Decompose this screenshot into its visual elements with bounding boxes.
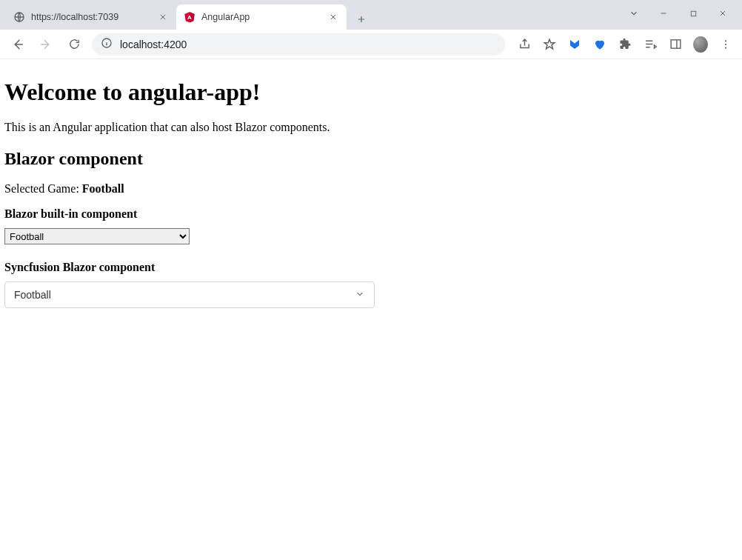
- chevron-down-icon[interactable]: [625, 4, 643, 22]
- close-icon[interactable]: [157, 11, 169, 23]
- svg-text:A: A: [187, 14, 192, 21]
- globe-icon: [13, 11, 25, 23]
- syncfusion-component-label: Syncfusion Blazor component: [4, 261, 738, 274]
- extension-heart-icon[interactable]: [592, 37, 607, 52]
- back-button[interactable]: [7, 34, 28, 55]
- page-heading: Welcome to angular-app!: [4, 79, 738, 106]
- angular-icon: A: [184, 11, 195, 23]
- titlebar: https://localhost:7039 A AngularApp: [0, 0, 742, 30]
- syncfusion-dropdown-value: Football: [14, 289, 51, 301]
- page-content: Welcome to angular-app! This is an Angul…: [0, 59, 742, 313]
- section-title: Blazor component: [4, 149, 738, 169]
- minimize-button[interactable]: [655, 4, 672, 22]
- bookmark-icon[interactable]: [542, 37, 557, 52]
- toolbar-actions: [512, 37, 735, 52]
- syncfusion-dropdown[interactable]: Football: [4, 281, 375, 308]
- extensions-icon[interactable]: [618, 37, 632, 52]
- browser-chrome: https://localhost:7039 A AngularApp: [0, 0, 742, 59]
- address-bar[interactable]: localhost:4200: [92, 33, 505, 56]
- tab-angular-app[interactable]: A AngularApp: [176, 4, 347, 30]
- address-text: localhost:4200: [120, 39, 187, 50]
- info-icon[interactable]: [101, 37, 113, 51]
- selected-game-line: Selected Game: Football: [4, 182, 738, 196]
- playlist-icon[interactable]: [643, 37, 658, 52]
- new-tab-button[interactable]: [351, 9, 372, 30]
- svg-rect-4: [691, 11, 695, 16]
- close-icon[interactable]: [327, 11, 339, 23]
- avatar[interactable]: [693, 37, 708, 52]
- forward-button[interactable]: [36, 34, 56, 55]
- reload-button[interactable]: [64, 34, 84, 55]
- tab-title: AngularApp: [201, 12, 321, 22]
- menu-button[interactable]: [718, 37, 733, 52]
- svg-point-7: [725, 40, 726, 41]
- toolbar: localhost:4200: [0, 30, 742, 59]
- tab-localhost-7039[interactable]: https://localhost:7039: [6, 4, 176, 30]
- selected-game-label: Selected Game:: [4, 182, 82, 195]
- builtin-component-label: Blazor built-in component: [4, 207, 738, 221]
- builtin-select[interactable]: Football: [4, 228, 190, 244]
- extension-malwarebytes-icon[interactable]: [567, 37, 582, 52]
- svg-point-9: [725, 47, 726, 48]
- tab-strip: https://localhost:7039 A AngularApp: [6, 0, 372, 30]
- svg-point-8: [725, 43, 726, 44]
- share-icon[interactable]: [517, 37, 532, 52]
- tab-title: https://localhost:7039: [31, 12, 151, 22]
- page-description: This is an Angular application that can …: [4, 121, 738, 134]
- close-button[interactable]: [714, 4, 732, 22]
- selected-game-value: Football: [82, 182, 124, 195]
- maximize-button[interactable]: [684, 4, 702, 22]
- window-controls: [615, 0, 742, 27]
- chevron-down-icon: [355, 289, 365, 301]
- sidepanel-icon[interactable]: [668, 37, 683, 52]
- svg-rect-6: [671, 40, 681, 48]
